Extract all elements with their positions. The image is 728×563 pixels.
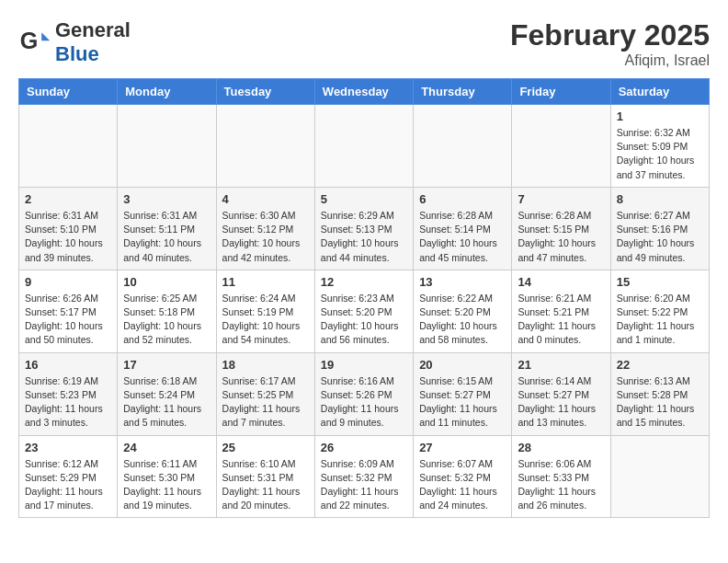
svg-text:G: G (20, 28, 39, 53)
calendar-day-cell: 3Sunrise: 6:31 AM Sunset: 5:11 PM Daylig… (118, 187, 216, 270)
calendar-day-cell: 6Sunrise: 6:28 AM Sunset: 5:14 PM Daylig… (414, 187, 512, 270)
weekday-header-tuesday: Tuesday (216, 79, 314, 105)
day-number: 18 (222, 358, 309, 372)
day-info: Sunrise: 6:23 AM Sunset: 5:20 PM Dayligh… (321, 292, 407, 348)
day-info: Sunrise: 6:17 AM Sunset: 5:25 PM Dayligh… (222, 374, 309, 431)
calendar-day-cell: 5Sunrise: 6:29 AM Sunset: 5:13 PM Daylig… (314, 187, 413, 270)
calendar-day-cell: 12Sunrise: 6:23 AM Sunset: 5:20 PM Dayli… (314, 270, 413, 352)
calendar-week-4: 16Sunrise: 6:19 AM Sunset: 5:23 PM Dayli… (19, 352, 710, 435)
day-number: 5 (321, 192, 407, 206)
day-info: Sunrise: 6:27 AM Sunset: 5:16 PM Dayligh… (617, 209, 703, 265)
calendar-day-cell: 19Sunrise: 6:16 AM Sunset: 5:26 PM Dayli… (314, 352, 413, 435)
calendar-day-cell (512, 105, 610, 188)
day-info: Sunrise: 6:20 AM Sunset: 5:22 PM Dayligh… (617, 292, 703, 348)
day-number: 21 (518, 358, 604, 372)
calendar-day-cell: 4Sunrise: 6:30 AM Sunset: 5:12 PM Daylig… (216, 187, 314, 270)
weekday-header-saturday: Saturday (610, 79, 709, 105)
calendar-day-cell: 1Sunrise: 6:32 AM Sunset: 5:09 PM Daylig… (610, 105, 709, 188)
calendar-day-cell: 16Sunrise: 6:19 AM Sunset: 5:23 PM Dayli… (19, 352, 118, 435)
weekday-header-monday: Monday (118, 79, 216, 105)
day-number: 9 (25, 275, 111, 289)
calendar-day-cell: 27Sunrise: 6:07 AM Sunset: 5:32 PM Dayli… (414, 435, 512, 518)
day-number: 1 (617, 109, 703, 123)
weekday-header-friday: Friday (512, 79, 610, 105)
calendar-day-cell: 15Sunrise: 6:20 AM Sunset: 5:22 PM Dayli… (610, 270, 709, 352)
location-subtitle: Afiqim, Israel (510, 52, 710, 69)
day-info: Sunrise: 6:26 AM Sunset: 5:17 PM Dayligh… (25, 292, 111, 348)
weekday-header-sunday: Sunday (19, 79, 118, 105)
weekday-header-wednesday: Wednesday (314, 79, 413, 105)
svg-marker-1 (41, 32, 50, 40)
day-number: 4 (222, 192, 309, 206)
day-info: Sunrise: 6:18 AM Sunset: 5:24 PM Dayligh… (123, 374, 210, 431)
day-info: Sunrise: 6:25 AM Sunset: 5:18 PM Dayligh… (123, 292, 210, 348)
title-area: February 2025 Afiqim, Israel (510, 18, 710, 69)
calendar-day-cell: 14Sunrise: 6:21 AM Sunset: 5:21 PM Dayli… (512, 270, 610, 352)
day-info: Sunrise: 6:16 AM Sunset: 5:26 PM Dayligh… (321, 374, 407, 431)
calendar-day-cell (118, 105, 216, 188)
logo-icon: G (18, 26, 51, 59)
calendar-day-cell: 9Sunrise: 6:26 AM Sunset: 5:17 PM Daylig… (19, 270, 118, 352)
day-info: Sunrise: 6:06 AM Sunset: 5:33 PM Dayligh… (518, 457, 604, 513)
calendar-week-3: 9Sunrise: 6:26 AM Sunset: 5:17 PM Daylig… (19, 270, 710, 352)
day-info: Sunrise: 6:14 AM Sunset: 5:27 PM Dayligh… (518, 374, 604, 431)
calendar-table: SundayMondayTuesdayWednesdayThursdayFrid… (18, 78, 710, 518)
calendar-day-cell (314, 105, 413, 188)
calendar-day-cell: 2Sunrise: 6:31 AM Sunset: 5:10 PM Daylig… (19, 187, 118, 270)
calendar-day-cell: 20Sunrise: 6:15 AM Sunset: 5:27 PM Dayli… (414, 352, 512, 435)
day-number: 24 (123, 441, 210, 454)
day-info: Sunrise: 6:32 AM Sunset: 5:09 PM Dayligh… (617, 126, 703, 182)
day-number: 13 (419, 275, 506, 289)
day-number: 25 (222, 441, 309, 454)
day-number: 23 (25, 441, 111, 454)
calendar-day-cell: 21Sunrise: 6:14 AM Sunset: 5:27 PM Dayli… (512, 352, 610, 435)
day-number: 7 (518, 192, 604, 206)
day-info: Sunrise: 6:21 AM Sunset: 5:21 PM Dayligh… (518, 292, 604, 348)
calendar-day-cell: 13Sunrise: 6:22 AM Sunset: 5:20 PM Dayli… (414, 270, 512, 352)
logo-general: General (55, 18, 131, 41)
calendar-day-cell: 18Sunrise: 6:17 AM Sunset: 5:25 PM Dayli… (216, 352, 314, 435)
calendar-day-cell: 17Sunrise: 6:18 AM Sunset: 5:24 PM Dayli… (118, 352, 216, 435)
day-number: 8 (617, 192, 703, 206)
day-info: Sunrise: 6:28 AM Sunset: 5:14 PM Dayligh… (419, 209, 506, 265)
day-number: 27 (419, 441, 506, 454)
logo: G General Blue (18, 18, 131, 66)
calendar-day-cell (610, 435, 709, 518)
calendar-day-cell: 10Sunrise: 6:25 AM Sunset: 5:18 PM Dayli… (118, 270, 216, 352)
day-number: 22 (617, 358, 703, 372)
calendar-week-1: 1Sunrise: 6:32 AM Sunset: 5:09 PM Daylig… (19, 105, 710, 188)
calendar-day-cell: 7Sunrise: 6:28 AM Sunset: 5:15 PM Daylig… (512, 187, 610, 270)
calendar-day-cell: 11Sunrise: 6:24 AM Sunset: 5:19 PM Dayli… (216, 270, 314, 352)
calendar-day-cell: 23Sunrise: 6:12 AM Sunset: 5:29 PM Dayli… (19, 435, 118, 518)
day-info: Sunrise: 6:10 AM Sunset: 5:31 PM Dayligh… (222, 457, 309, 513)
day-info: Sunrise: 6:29 AM Sunset: 5:13 PM Dayligh… (321, 209, 407, 265)
day-number: 17 (123, 358, 210, 372)
calendar-day-cell (414, 105, 512, 188)
day-number: 12 (321, 275, 407, 289)
day-info: Sunrise: 6:09 AM Sunset: 5:32 PM Dayligh… (321, 457, 407, 513)
day-number: 10 (123, 275, 210, 289)
day-number: 15 (617, 275, 703, 289)
day-number: 19 (321, 358, 407, 372)
header: G General Blue February 2025 Afiqim, Isr… (18, 18, 710, 69)
day-info: Sunrise: 6:15 AM Sunset: 5:27 PM Dayligh… (419, 374, 506, 431)
day-info: Sunrise: 6:13 AM Sunset: 5:28 PM Dayligh… (617, 374, 703, 431)
weekday-header-thursday: Thursday (414, 79, 512, 105)
day-info: Sunrise: 6:19 AM Sunset: 5:23 PM Dayligh… (25, 374, 111, 431)
calendar-week-2: 2Sunrise: 6:31 AM Sunset: 5:10 PM Daylig… (19, 187, 710, 270)
day-number: 11 (222, 275, 309, 289)
day-info: Sunrise: 6:28 AM Sunset: 5:15 PM Dayligh… (518, 209, 604, 265)
day-info: Sunrise: 6:22 AM Sunset: 5:20 PM Dayligh… (419, 292, 506, 348)
month-year-title: February 2025 (510, 18, 710, 52)
day-info: Sunrise: 6:11 AM Sunset: 5:30 PM Dayligh… (123, 457, 210, 513)
calendar-day-cell (19, 105, 118, 188)
calendar-day-cell: 24Sunrise: 6:11 AM Sunset: 5:30 PM Dayli… (118, 435, 216, 518)
day-number: 3 (123, 192, 210, 206)
day-info: Sunrise: 6:12 AM Sunset: 5:29 PM Dayligh… (25, 457, 111, 513)
day-number: 2 (25, 192, 111, 206)
day-number: 14 (518, 275, 604, 289)
calendar-week-5: 23Sunrise: 6:12 AM Sunset: 5:29 PM Dayli… (19, 435, 710, 518)
day-number: 26 (321, 441, 407, 454)
calendar-day-cell (216, 105, 314, 188)
calendar-day-cell: 22Sunrise: 6:13 AM Sunset: 5:28 PM Dayli… (610, 352, 709, 435)
